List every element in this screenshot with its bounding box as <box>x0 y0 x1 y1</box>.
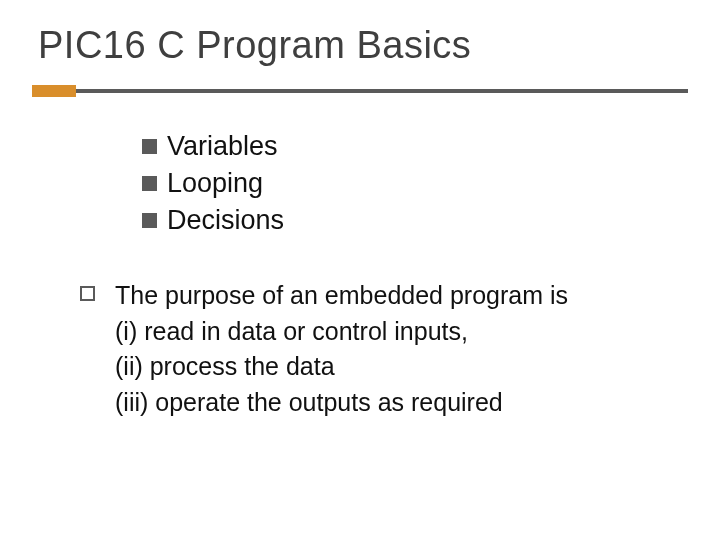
list-item: Decisions <box>142 205 688 236</box>
rule-accent <box>32 85 76 97</box>
para-line: The purpose of an embedded program is <box>115 278 568 314</box>
para-line: (i) read in data or control inputs, <box>115 314 568 350</box>
slide: PIC16 C Program Basics Variables Looping… <box>0 0 720 540</box>
slide-title: PIC16 C Program Basics <box>38 24 688 67</box>
hollow-square-bullet-icon <box>80 286 95 301</box>
rule-line <box>76 89 688 93</box>
bullet-label: Variables <box>167 131 278 162</box>
square-bullet-icon <box>142 213 157 228</box>
paragraph-lines: The purpose of an embedded program is (i… <box>115 278 568 420</box>
list-item: Looping <box>142 168 688 199</box>
bullet-label: Decisions <box>167 205 284 236</box>
paragraph-block: The purpose of an embedded program is (i… <box>80 278 688 420</box>
title-rule <box>32 85 688 97</box>
bullet-label: Looping <box>167 168 263 199</box>
bullet-list: Variables Looping Decisions <box>142 131 688 236</box>
list-item: Variables <box>142 131 688 162</box>
para-line: (ii) process the data <box>115 349 568 385</box>
para-line: (iii) operate the outputs as required <box>115 385 568 421</box>
square-bullet-icon <box>142 176 157 191</box>
square-bullet-icon <box>142 139 157 154</box>
